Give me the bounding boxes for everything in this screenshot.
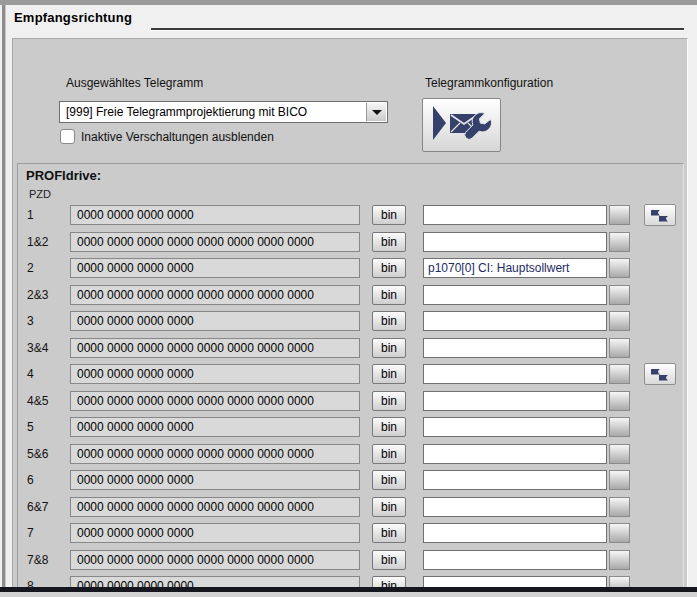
pzd-row: 5&6 0000 0000 0000 0000 0000 0000 0000 0…: [18, 444, 683, 464]
pzd-row: 1 0000 0000 0000 0000 bin: [18, 205, 683, 225]
bin-button[interactable]: bin: [372, 470, 406, 490]
profidrive-title: PROFIdrive:: [26, 168, 101, 183]
pzd-row-label: 5&6: [27, 447, 48, 461]
signal-picker-button[interactable]: [609, 311, 630, 331]
signal-field[interactable]: p1070[0] CI: Hauptsollwert: [423, 258, 607, 278]
signal-field[interactable]: [423, 497, 607, 517]
telegram-select-dropdown-button[interactable]: [366, 103, 386, 121]
pzd-value-field: 0000 0000 0000 0000: [70, 258, 360, 278]
chevron-down-icon: [372, 110, 382, 115]
signal-picker-button[interactable]: [609, 417, 630, 437]
signal-field[interactable]: [423, 470, 607, 490]
signal-picker-button[interactable]: [609, 470, 630, 490]
signal-field[interactable]: [423, 364, 607, 384]
signal-picker-button[interactable]: [609, 391, 630, 411]
pzd-row: 2 0000 0000 0000 0000 bin p1070[0] CI: H…: [18, 258, 683, 278]
bin-button[interactable]: bin: [372, 497, 406, 517]
interconnect-icon: [648, 208, 672, 224]
window-bottom-strip: [0, 592, 697, 597]
pzd-row-label: 2: [27, 261, 34, 275]
signal-field[interactable]: [423, 550, 607, 570]
empfangsrichtung-panel: Ausgewähltes Telegramm [999] Freie Teleg…: [12, 38, 688, 587]
pzd-row-label: 3&4: [27, 341, 48, 355]
signal-field[interactable]: [423, 523, 607, 543]
pzd-row: 4&5 0000 0000 0000 0000 0000 0000 0000 0…: [18, 391, 683, 411]
bin-button[interactable]: bin: [372, 417, 406, 437]
pzd-row: 6&7 0000 0000 0000 0000 0000 0000 0000 0…: [18, 497, 683, 517]
pzd-value-field: 0000 0000 0000 0000 0000 0000 0000 0000: [70, 444, 360, 464]
signal-picker-button[interactable]: [609, 523, 630, 543]
pzd-value-field: 0000 0000 0000 0000 0000 0000 0000 0000: [70, 285, 360, 305]
telegram-config-label: Telegrammkonfiguration: [425, 76, 553, 90]
bin-button[interactable]: bin: [372, 576, 406, 587]
pzd-value-field: 0000 0000 0000 0000: [70, 417, 360, 437]
signal-field[interactable]: [423, 391, 607, 411]
pzd-value-field: 0000 0000 0000 0000 0000 0000 0000 0000: [70, 497, 360, 517]
pzd-row: 5 0000 0000 0000 0000 bin: [18, 417, 683, 437]
signal-picker-button[interactable]: [609, 576, 630, 587]
pzd-row-label: 6&7: [27, 500, 48, 514]
signal-picker-button[interactable]: [609, 338, 630, 358]
signal-picker-button[interactable]: [609, 205, 630, 225]
pzd-row-label: 7&8: [27, 553, 48, 567]
telegram-config-button[interactable]: [422, 98, 501, 152]
telegram-select[interactable]: [999] Freie Telegrammprojektierung mit B…: [59, 101, 388, 123]
pzd-row: 7&8 0000 0000 0000 0000 0000 0000 0000 0…: [18, 550, 683, 570]
pzd-value-field: 0000 0000 0000 0000: [70, 576, 360, 587]
bin-button[interactable]: bin: [372, 391, 406, 411]
window-left-edge-highlight: [5, 5, 6, 597]
signal-field[interactable]: [423, 205, 607, 225]
section-title-rule: [151, 28, 684, 31]
hide-inactive-label: Inaktive Verschaltungen ausblenden: [81, 130, 274, 144]
bin-button[interactable]: bin: [372, 258, 406, 278]
pzd-row-label: 1&2: [27, 235, 48, 249]
signal-picker-button[interactable]: [609, 497, 630, 517]
signal-field[interactable]: [423, 576, 607, 587]
signal-field[interactable]: [423, 444, 607, 464]
signal-field[interactable]: [423, 232, 607, 252]
signal-picker-button[interactable]: [609, 550, 630, 570]
pzd-row-label: 1: [27, 208, 34, 222]
bin-button[interactable]: bin: [372, 523, 406, 543]
bin-button[interactable]: bin: [372, 285, 406, 305]
bin-button[interactable]: bin: [372, 205, 406, 225]
hide-inactive-checkbox[interactable]: [60, 129, 75, 144]
bin-button[interactable]: bin: [372, 444, 406, 464]
pzd-value-field: 0000 0000 0000 0000: [70, 470, 360, 490]
pzd-row-label: 5: [27, 420, 34, 434]
interconnect-button[interactable]: [644, 204, 676, 226]
signal-picker-button[interactable]: [609, 364, 630, 384]
profidrive-panel: PROFIdrive: PZD 1 0000 0000 0000 0000 bi…: [17, 163, 684, 587]
bin-button[interactable]: bin: [372, 311, 406, 331]
pzd-value-field: 0000 0000 0000 0000 0000 0000 0000 0000: [70, 550, 360, 570]
bin-button[interactable]: bin: [372, 364, 406, 384]
signal-field[interactable]: [423, 338, 607, 358]
signal-picker-button[interactable]: [609, 285, 630, 305]
signal-field[interactable]: [423, 311, 607, 331]
pzd-row: 4 0000 0000 0000 0000 bin: [18, 364, 683, 384]
pzd-row-label: 4: [27, 367, 34, 381]
pzd-row-label: 6: [27, 473, 34, 487]
bin-button[interactable]: bin: [372, 338, 406, 358]
signal-picker-button[interactable]: [609, 444, 630, 464]
telegram-config-icon: [427, 102, 497, 146]
pzd-row-label: 7: [27, 526, 34, 540]
signal-picker-button[interactable]: [609, 258, 630, 278]
pzd-row: 3&4 0000 0000 0000 0000 0000 0000 0000 0…: [18, 338, 683, 358]
section-title: Empfangsrichtung: [14, 10, 132, 25]
signal-field[interactable]: [423, 417, 607, 437]
bin-button[interactable]: bin: [372, 550, 406, 570]
interconnect-button[interactable]: [644, 363, 676, 385]
pzd-column-label: PZD: [29, 188, 51, 200]
pzd-row-label: 3: [27, 314, 34, 328]
pzd-value-field: 0000 0000 0000 0000: [70, 523, 360, 543]
pzd-row-label: 8: [27, 579, 34, 587]
pzd-value-field: 0000 0000 0000 0000 0000 0000 0000 0000: [70, 391, 360, 411]
bin-button[interactable]: bin: [372, 232, 406, 252]
pzd-value-field: 0000 0000 0000 0000: [70, 311, 360, 331]
signal-field[interactable]: [423, 285, 607, 305]
selected-telegram-label: Ausgewähltes Telegramm: [66, 76, 203, 90]
pzd-row-label: 2&3: [27, 288, 48, 302]
window-top-edge: [0, 0, 697, 5]
signal-picker-button[interactable]: [609, 232, 630, 252]
